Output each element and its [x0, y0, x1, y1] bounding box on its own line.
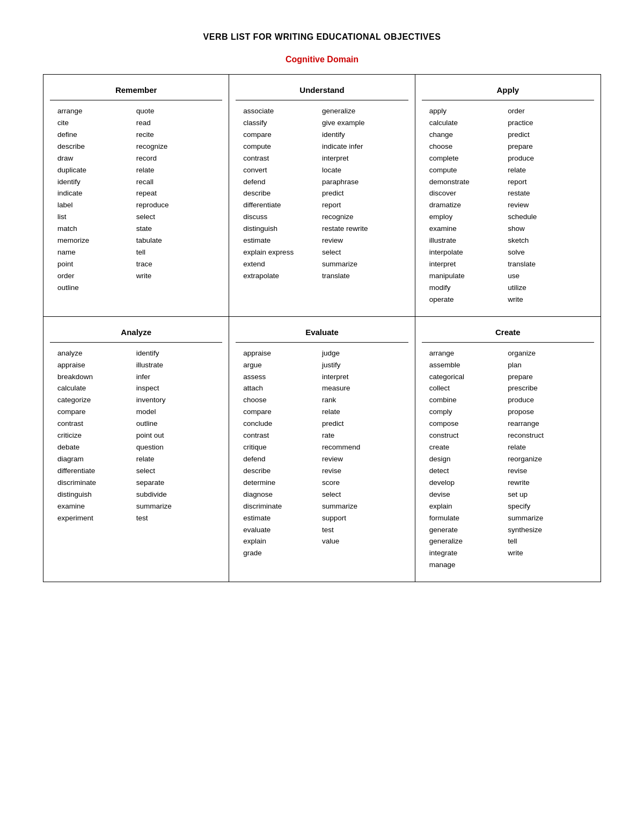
word: categorical: [429, 372, 508, 383]
word: predict: [508, 129, 587, 141]
create-col2: organizeplanprepareprescribeproducepropo…: [508, 348, 587, 571]
understand-col2: generalizegive exampleidentifyindicate i…: [322, 106, 401, 282]
word: calculate: [57, 383, 136, 394]
word: estimate: [243, 513, 322, 524]
row-2: Analyze analyzeappraisebreakdowncalculat…: [43, 316, 601, 582]
row-1: Remember arrangecitedefinedescribedrawdu…: [43, 75, 601, 317]
word: plan: [508, 360, 587, 371]
word: rewrite: [508, 477, 587, 489]
word: appraise: [243, 348, 322, 359]
word: review: [508, 200, 587, 211]
word: compute: [243, 141, 322, 153]
word: rank: [322, 395, 401, 406]
word: relate: [136, 165, 215, 176]
word: tell: [508, 536, 587, 547]
word: choose: [243, 395, 322, 406]
word: develop: [429, 477, 508, 489]
word: point: [57, 259, 136, 270]
create-words: arrangeassemblecategoricalcollectcombine…: [429, 348, 587, 571]
word: solve: [508, 247, 587, 258]
word: reconstruct: [508, 430, 587, 441]
word: convert: [243, 165, 322, 176]
word: order: [508, 106, 587, 117]
word: relate: [136, 454, 215, 465]
word: score: [322, 477, 401, 489]
word: organize: [508, 348, 587, 359]
word: outline: [57, 282, 136, 294]
word: inspect: [136, 383, 215, 394]
word: contrast: [243, 430, 322, 441]
word: revise: [322, 466, 401, 477]
word: support: [322, 513, 401, 524]
word: assemble: [429, 360, 508, 371]
word: locate: [322, 165, 401, 176]
word: explain express: [243, 247, 322, 258]
apply-header: Apply: [422, 80, 594, 100]
word: report: [322, 200, 401, 211]
word: match: [57, 223, 136, 235]
word: write: [136, 271, 215, 282]
word: utilize: [508, 282, 587, 294]
word: show: [508, 223, 587, 235]
word: discover: [429, 188, 508, 199]
evaluate-col1: appraiseargueassessattachchoosecompareco…: [243, 348, 322, 560]
word: prescribe: [508, 383, 587, 394]
create-col1: arrangeassemblecategoricalcollectcombine…: [429, 348, 508, 571]
word: interpret: [322, 153, 401, 164]
word: recall: [136, 177, 215, 188]
word: practice: [508, 118, 587, 129]
apply-col2: orderpracticepredictprepareproducerelate…: [508, 106, 587, 306]
main-title: VERB LIST FOR WRITING EDUCATIONAL OBJECT…: [43, 32, 601, 42]
word: apply: [429, 106, 508, 117]
word: compose: [429, 418, 508, 430]
word: memorize: [57, 235, 136, 246]
understand-cell: Understand associateclassifycomparecompu…: [229, 75, 415, 317]
word: rate: [322, 430, 401, 441]
word: name: [57, 247, 136, 258]
word: produce: [508, 395, 587, 406]
word: judge: [322, 348, 401, 359]
word: relate: [508, 442, 587, 453]
understand-col1: associateclassifycomparecomputecontrastc…: [243, 106, 322, 282]
domain-title: Cognitive Domain: [43, 55, 601, 64]
word: comply: [429, 407, 508, 418]
evaluate-words: appraiseargueassessattachchoosecompareco…: [243, 348, 400, 560]
word: repeat: [136, 188, 215, 199]
word: tell: [136, 247, 215, 258]
word: summarize: [322, 501, 401, 512]
word: read: [136, 118, 215, 129]
word: separate: [136, 477, 215, 489]
word: use: [508, 271, 587, 282]
understand-header: Understand: [236, 80, 408, 100]
word: extend: [243, 259, 322, 270]
page: VERB LIST FOR WRITING EDUCATIONAL OBJECT…: [43, 32, 601, 802]
word: summarize: [322, 259, 401, 270]
word: compare: [243, 407, 322, 418]
word: assess: [243, 372, 322, 383]
word: recite: [136, 129, 215, 141]
evaluate-cell: Evaluate appraiseargueassessattachchoose…: [229, 316, 415, 582]
word: define: [57, 129, 136, 141]
analyze-col1: analyzeappraisebreakdowncalculatecategor…: [57, 348, 136, 524]
word: infer: [136, 372, 215, 383]
word: reorganize: [508, 454, 587, 465]
word: analyze: [57, 348, 136, 359]
word: criticize: [57, 430, 136, 441]
word: describe: [57, 141, 136, 153]
word: distinguish: [57, 489, 136, 501]
word: synthesize: [508, 525, 587, 536]
remember-col2: quotereadreciterecognizerecordrelatereca…: [136, 106, 215, 294]
create-cell: Create arrangeassemblecategoricalcollect…: [415, 316, 601, 582]
analyze-cell: Analyze analyzeappraisebreakdowncalculat…: [43, 316, 229, 582]
word: contrast: [57, 418, 136, 430]
apply-words: applycalculatechangechoosecompletecomput…: [429, 106, 587, 306]
word: discuss: [243, 212, 322, 223]
word: outline: [136, 418, 215, 430]
word: paraphrase: [322, 177, 401, 188]
word: recognize: [136, 141, 215, 153]
remember-words: arrangecitedefinedescribedrawduplicateid…: [57, 106, 215, 294]
word: create: [429, 442, 508, 453]
word: conclude: [243, 418, 322, 430]
word: record: [136, 153, 215, 164]
word: restate rewrite: [322, 223, 401, 235]
